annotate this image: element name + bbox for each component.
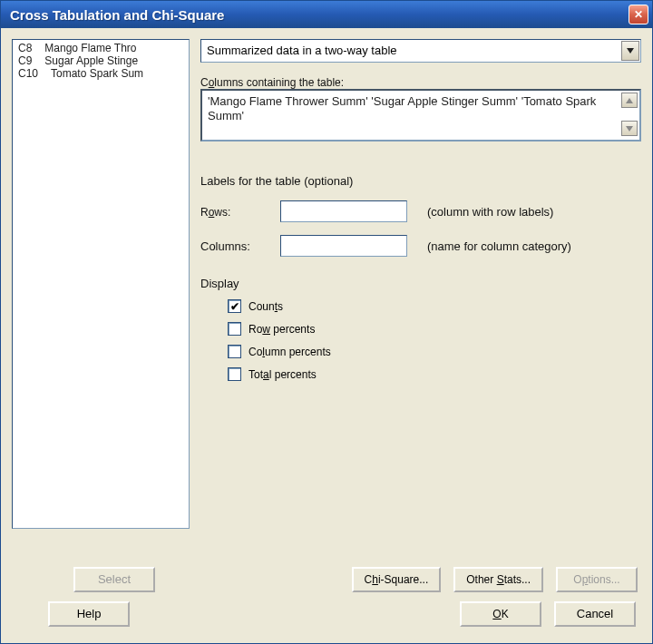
total-percents-checkbox-row[interactable]: Total percents bbox=[228, 367, 641, 381]
columns-input-wrap: 'Mango Flame Thrower Summ' 'Sugar Apple … bbox=[200, 89, 641, 141]
list-item[interactable]: C10 Tomato Spark Sum bbox=[15, 67, 187, 80]
row-percents-label: Row percents bbox=[249, 323, 315, 336]
list-col-name: Sugar Apple Stinge bbox=[44, 54, 138, 67]
cancel-button[interactable]: Cancel bbox=[554, 601, 636, 627]
other-stats-button[interactable]: Other Stats... bbox=[453, 567, 543, 592]
counts-label: Counts bbox=[249, 300, 283, 313]
variable-listbox[interactable]: C8 Mango Flame Thro C9 Sugar Apple Sting… bbox=[12, 39, 190, 529]
chevron-down-icon[interactable] bbox=[621, 41, 639, 61]
columns-hint: (name for column category) bbox=[427, 239, 571, 253]
list-item[interactable]: C8 Mango Flame Thro bbox=[15, 42, 187, 54]
checkbox-icon[interactable] bbox=[228, 345, 241, 358]
list-col-id: C8 bbox=[18, 42, 32, 54]
columns-containing-label: Columns containing the table: bbox=[200, 75, 641, 89]
columns-field-label: Columns: bbox=[200, 239, 273, 253]
middle-buttons-row: Select Chi-Square... Other Stats... Opti… bbox=[12, 567, 641, 592]
rows-label-row: Rows: (column with row labels) bbox=[200, 200, 641, 222]
column-percents-checkbox-row[interactable]: Column percents bbox=[228, 345, 641, 358]
top-area: C8 Mango Flame Thro C9 Sugar Apple Sting… bbox=[12, 39, 641, 558]
checkbox-icon[interactable] bbox=[228, 322, 241, 336]
help-button[interactable]: Help bbox=[48, 601, 130, 627]
list-col-id: C10 bbox=[18, 67, 38, 80]
right-panel: Summarized data in a two-way table Colum… bbox=[200, 39, 641, 558]
columns-spinner bbox=[621, 93, 638, 136]
bottom-buttons-row: Help OK Cancel bbox=[12, 601, 641, 632]
chevron-down-icon[interactable] bbox=[621, 121, 638, 136]
chevron-up-icon[interactable] bbox=[621, 93, 638, 108]
chi-square-button[interactable]: Chi-Square... bbox=[352, 567, 442, 592]
ok-button[interactable]: OK bbox=[460, 601, 541, 627]
counts-checkbox-row[interactable]: ✔ Counts bbox=[228, 299, 641, 313]
row-percents-checkbox-row[interactable]: Row percents bbox=[228, 322, 641, 336]
columns-section: Columns containing the table: 'Mango Fla… bbox=[200, 75, 641, 141]
rows-field-label: Rows: bbox=[200, 205, 273, 219]
rows-input[interactable] bbox=[280, 200, 407, 222]
data-mode-combo[interactable]: Summarized data in a two-way table bbox=[200, 39, 641, 63]
checkbox-icon[interactable] bbox=[228, 367, 241, 381]
dialog-window: Cross Tabulation and Chi-Square ✕ C8 Man… bbox=[0, 0, 653, 644]
display-section: Display ✔ Counts Row percents Column per… bbox=[200, 277, 641, 381]
labels-section: Labels for the table (optional) Rows: (c… bbox=[200, 174, 641, 257]
column-percents-label: Column percents bbox=[249, 346, 331, 358]
list-item[interactable]: C9 Sugar Apple Stinge bbox=[15, 54, 187, 67]
total-percents-label: Total percents bbox=[249, 368, 317, 381]
close-icon[interactable]: ✕ bbox=[629, 5, 648, 24]
list-col-name: Tomato Spark Sum bbox=[51, 67, 143, 80]
columns-label-row: Columns: (name for column category) bbox=[200, 235, 641, 257]
options-button: Options... bbox=[556, 567, 638, 592]
labels-optional-header: Labels for the table (optional) bbox=[200, 174, 641, 188]
list-col-name: Mango Flame Thro bbox=[44, 42, 136, 54]
columns-input[interactable] bbox=[280, 235, 407, 257]
display-header: Display bbox=[200, 277, 641, 290]
checkmark-icon: ✔ bbox=[230, 301, 239, 312]
combo-value: Summarized data in a two-way table bbox=[200, 39, 641, 63]
titlebar[interactable]: Cross Tabulation and Chi-Square ✕ bbox=[1, 1, 652, 28]
columns-table-input[interactable]: 'Mango Flame Thrower Summ' 'Sugar Apple … bbox=[200, 89, 641, 141]
window-title: Cross Tabulation and Chi-Square bbox=[10, 7, 224, 23]
list-col-id: C9 bbox=[18, 54, 32, 67]
rows-hint: (column with row labels) bbox=[427, 205, 553, 219]
checkbox-icon[interactable]: ✔ bbox=[228, 299, 241, 313]
dialog-body: C8 Mango Flame Thro C9 Sugar Apple Sting… bbox=[1, 28, 652, 643]
select-button: Select bbox=[73, 567, 155, 592]
